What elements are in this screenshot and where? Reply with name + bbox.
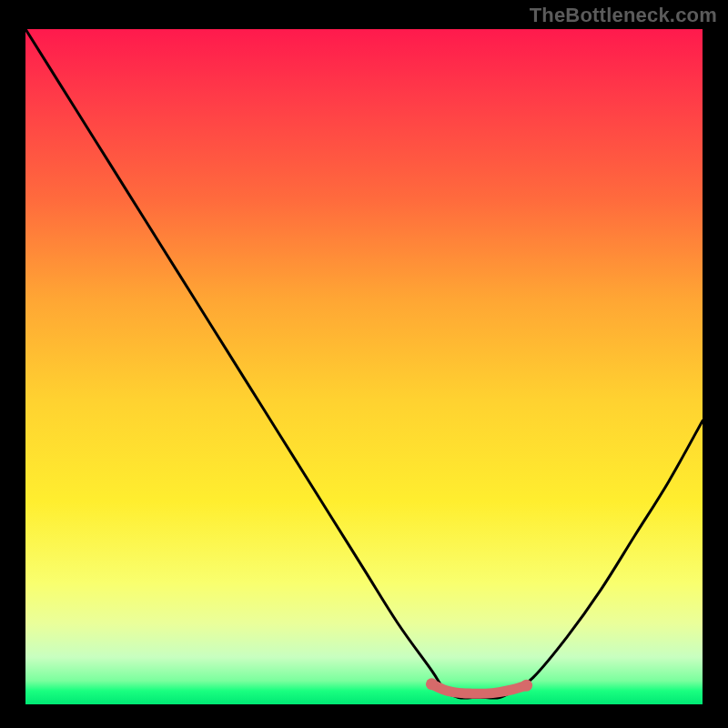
watermark-text: TheBottleneck.com bbox=[530, 4, 717, 27]
optimal-marker-dot-end bbox=[521, 680, 532, 692]
chart-container: TheBottleneck.com bbox=[0, 0, 728, 728]
optimal-marker-dot-start bbox=[426, 678, 438, 690]
chart-svg bbox=[25, 29, 703, 704]
optimal-marker bbox=[431, 684, 526, 694]
plot-area bbox=[25, 29, 703, 704]
bottleneck-curve bbox=[25, 29, 703, 698]
